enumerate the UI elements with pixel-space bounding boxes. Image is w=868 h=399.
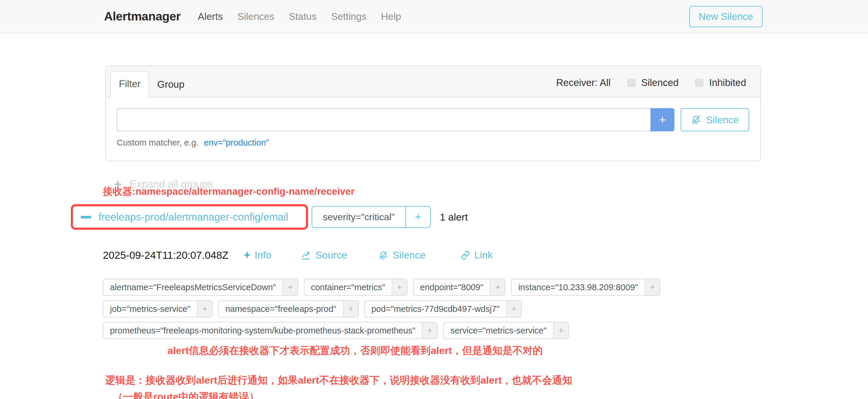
label-row: alertname="FreeleapsMetricsServiceDown" … — [103, 279, 761, 296]
group-collapse-button[interactable]: freeleaps-prod/alertmanager-config/email — [71, 204, 308, 230]
label-value: service="metrics-service" — [444, 323, 553, 339]
add-filter-button[interactable]: + — [282, 279, 298, 295]
label-chip-namespace: namespace="freeleaps-prod" + — [218, 300, 359, 317]
nav-menu: Alerts Silences Status Settings Help — [198, 11, 401, 22]
tab-filter[interactable]: Filter — [110, 71, 149, 97]
alert-labels: alertname="FreeleapsMetricsServiceDown" … — [103, 279, 761, 339]
silenced-checkbox-group[interactable]: Silenced — [627, 77, 679, 88]
label-value: container="metrics" — [305, 279, 392, 295]
annotation-logic: 逻辑是：接收器收到alert后进行通知，如果alert不在接收器下，说明接收器没… — [105, 373, 761, 387]
label-chip-job: job="metrics-service" + — [103, 300, 213, 317]
label-value: prometheus="freeleaps-monitoring-system/… — [103, 323, 422, 339]
alert-timestamp: 2025-09-24T11:20:07.048Z — [103, 249, 228, 261]
app-brand[interactable]: Alertmanager — [104, 9, 181, 23]
inhibited-checkbox[interactable] — [695, 79, 704, 87]
nav-item-silences[interactable]: Silences — [238, 11, 275, 22]
annotation-receiver-path: 接收器:namespace/altermanager-config-name/r… — [103, 186, 761, 197]
label-value: instance="10.233.98.209:8009" — [512, 279, 645, 295]
alert-group-row: freeleaps-prod/alertmanager-config/email… — [71, 204, 761, 230]
alert-info-label: Info — [255, 249, 272, 261]
nav-item-alerts[interactable]: Alerts — [198, 11, 223, 22]
alert-silence-label: Silence — [393, 249, 426, 261]
alert-link-label: Link — [474, 249, 493, 261]
alert-permalink[interactable]: Link — [461, 249, 493, 261]
label-chip-container: container="metrics" + — [304, 279, 407, 296]
add-filter-button[interactable]: + — [392, 279, 407, 295]
label-value: job="metrics-service" — [103, 301, 197, 317]
add-filter-button[interactable]: + — [422, 323, 437, 339]
main-content: Filter Group Receiver: All Silenced Inhi… — [105, 65, 761, 399]
chart-icon — [301, 250, 311, 260]
add-matcher-button[interactable]: + — [650, 108, 675, 131]
tab-group[interactable]: Group — [149, 72, 192, 97]
silence-button-label: Silence — [706, 114, 739, 126]
nav-item-settings[interactable]: Settings — [331, 11, 366, 22]
group-matcher-chip: severity="critical" + — [312, 206, 431, 228]
filter-panel-body: + Silence Custom matcher, e.g. env="prod… — [106, 97, 761, 161]
group-matcher-add-button[interactable]: + — [405, 207, 430, 227]
label-value: endpoint="8009" — [413, 279, 490, 295]
alert-silence-link[interactable]: Silence — [378, 249, 426, 261]
add-filter-button[interactable]: + — [197, 301, 212, 317]
label-chip-service: service="metrics-service" + — [443, 322, 568, 339]
group-name: freeleaps-prod/alertmanager-config/email — [98, 211, 288, 223]
label-chip-alertname: alertname="FreeleapsMetricsServiceDown" … — [103, 279, 298, 296]
add-filter-button[interactable]: + — [553, 323, 568, 339]
label-chip-prometheus: prometheus="freeleaps-monitoring-system/… — [103, 322, 438, 339]
inhibited-checkbox-group[interactable]: Inhibited — [695, 77, 746, 88]
nav-item-help[interactable]: Help — [381, 11, 401, 22]
label-value: pod="metrics-77d9cdb497-wdsj7" — [365, 301, 506, 317]
receiver-dropdown[interactable]: Receiver: All — [556, 77, 610, 88]
label-row: job="metrics-service" + namespace="freel… — [103, 300, 761, 317]
matcher-example-link[interactable]: env="production" — [204, 138, 269, 147]
filter-header-controls: Receiver: All Silenced Inhibited — [556, 77, 746, 88]
nav-item-status[interactable]: Status — [289, 11, 317, 22]
bell-slash-icon — [691, 115, 702, 125]
bell-slash-icon — [378, 250, 389, 260]
add-filter-button[interactable]: + — [490, 279, 505, 295]
label-chip-instance: instance="10.233.98.209:8009" + — [511, 279, 660, 296]
navbar: Alertmanager Alerts Silences Status Sett… — [0, 0, 868, 33]
annotation-route-error: （一般是route中的逻辑有错误） — [113, 390, 761, 399]
silenced-checkbox[interactable] — [627, 79, 636, 87]
matcher-helper-text: Custom matcher, e.g. — [117, 138, 198, 147]
link-icon — [461, 250, 470, 260]
new-silence-button[interactable]: New Silence — [689, 6, 763, 27]
filter-panel: Filter Group Receiver: All Silenced Inhi… — [105, 65, 761, 161]
label-value: namespace="freeleaps-prod" — [219, 301, 343, 317]
matcher-input[interactable] — [117, 108, 650, 131]
annotation-config-success: alert信息必须在接收器下才表示配置成功，否则即使能看到alert，但是通知是… — [167, 344, 761, 357]
alert-source-label: Source — [315, 249, 347, 261]
label-chip-pod: pod="metrics-77d9cdb497-wdsj7" + — [364, 300, 522, 317]
add-filter-button[interactable]: + — [506, 301, 521, 317]
alert-count: 1 alert — [440, 211, 468, 223]
add-filter-button[interactable]: + — [343, 301, 358, 317]
label-row: prometheus="freeleaps-monitoring-system/… — [103, 322, 761, 339]
filter-panel-header: Filter Group Receiver: All Silenced Inhi… — [106, 66, 761, 97]
alert-source-link[interactable]: Source — [301, 249, 347, 261]
collapse-minus-icon — [81, 216, 91, 218]
silenced-checkbox-label: Silenced — [641, 77, 679, 88]
label-value: alertname="FreeleapsMetricsServiceDown" — [103, 279, 282, 295]
silence-from-filter-button[interactable]: Silence — [681, 108, 749, 131]
alert-detail-row: 2025-09-24T11:20:07.048Z + Info Source — [103, 249, 761, 262]
matcher-helper: Custom matcher, e.g. env="production" — [117, 138, 749, 148]
matcher-input-row: + Silence — [117, 108, 749, 131]
group-matcher-label: severity="critical" — [312, 207, 405, 227]
alert-info-link[interactable]: + Info — [244, 249, 272, 262]
add-filter-button[interactable]: + — [645, 279, 660, 295]
label-chip-endpoint: endpoint="8009" + — [413, 279, 505, 296]
plus-icon: + — [244, 249, 250, 262]
inhibited-checkbox-label: Inhibited — [709, 77, 746, 88]
